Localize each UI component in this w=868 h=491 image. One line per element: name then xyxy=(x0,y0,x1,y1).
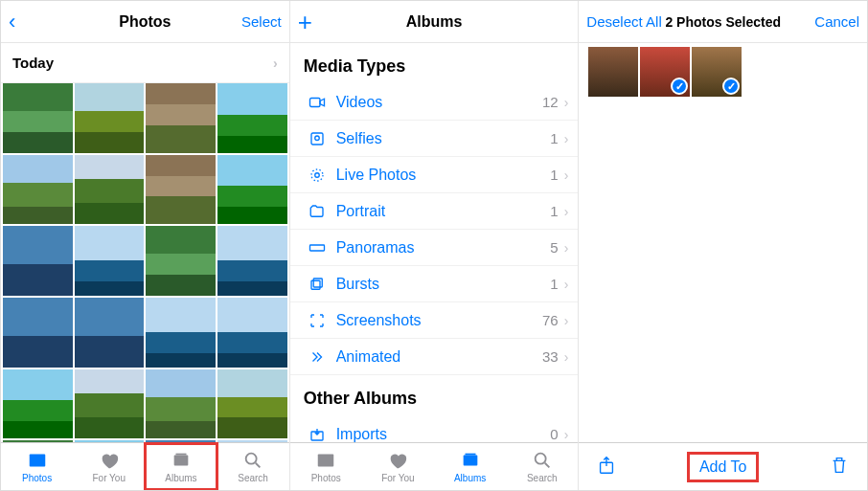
tab-for-you[interactable]: For You xyxy=(73,443,145,490)
svg-rect-17 xyxy=(465,454,475,456)
chevron-right-icon: › xyxy=(564,240,569,256)
video-icon xyxy=(304,94,331,111)
svg-point-3 xyxy=(246,454,257,464)
share-button[interactable] xyxy=(596,455,617,480)
album-label: Portrait xyxy=(331,203,551,220)
select-button[interactable]: Select xyxy=(241,13,282,30)
svg-rect-12 xyxy=(313,279,322,287)
photo-thumb[interactable] xyxy=(75,155,145,225)
tab-label: For You xyxy=(381,473,414,483)
album-portrait[interactable]: Portrait 1 › xyxy=(290,193,579,230)
album-panoramas[interactable]: Panoramas 5 › xyxy=(290,230,579,266)
tab-for-you[interactable]: For You xyxy=(362,443,434,490)
photo-thumb[interactable] xyxy=(75,369,145,439)
section-header: Other Albums xyxy=(290,375,579,416)
photo-thumb[interactable] xyxy=(75,226,145,296)
tab-photos[interactable]: Photos xyxy=(1,443,73,490)
photo-thumb[interactable] xyxy=(75,298,145,368)
photo-thumb[interactable] xyxy=(217,369,287,439)
svg-point-8 xyxy=(314,172,319,177)
svg-point-9 xyxy=(311,169,323,181)
chevron-right-icon: › xyxy=(564,427,569,442)
svg-rect-16 xyxy=(463,456,477,466)
tab-label: Photos xyxy=(311,473,341,483)
selection-pane: Deselect All 2 Photos Selected Cancel ✓ … xyxy=(579,1,867,490)
add-button[interactable]: + xyxy=(298,10,312,34)
album-animated[interactable]: Animated 33 › xyxy=(290,339,579,375)
tab-label: Search xyxy=(238,473,268,483)
album-label: Bursts xyxy=(331,276,551,293)
panorama-icon xyxy=(304,239,331,257)
tab-search[interactable]: Search xyxy=(217,443,289,490)
photo-thumb[interactable] xyxy=(3,226,73,296)
svg-rect-5 xyxy=(309,98,320,106)
selected-thumbs: ✓ ✓ xyxy=(579,43,867,100)
photo-thumb[interactable] xyxy=(75,83,145,153)
chevron-right-icon: › xyxy=(564,313,569,328)
photos-pane: ‹ Photos Select Today › xyxy=(1,1,290,490)
album-count: 1 xyxy=(550,167,563,183)
photo-thumb[interactable] xyxy=(146,155,216,225)
selected-photo[interactable]: ✓ xyxy=(692,47,742,97)
photo-thumb[interactable] xyxy=(3,298,73,368)
svg-point-7 xyxy=(314,136,319,141)
chevron-right-icon: › xyxy=(564,349,569,365)
album-selfies[interactable]: Selfies 1 › xyxy=(290,121,579,157)
selected-photo[interactable]: ✓ xyxy=(640,47,690,97)
back-icon[interactable]: ‹ xyxy=(9,10,15,34)
section-header[interactable]: Today › xyxy=(1,43,289,83)
tab-search[interactable]: Search xyxy=(506,443,578,490)
album-imports[interactable]: Imports 0 › xyxy=(290,416,579,442)
animated-icon xyxy=(304,348,331,366)
tab-albums[interactable]: Albums xyxy=(434,443,506,490)
tab-photos[interactable]: Photos xyxy=(290,443,362,490)
album-count: 1 xyxy=(550,203,563,219)
album-label: Panoramas xyxy=(331,239,551,257)
live-icon xyxy=(304,167,331,184)
photo-thumb[interactable] xyxy=(146,298,216,368)
svg-rect-0 xyxy=(29,455,45,467)
selfie-icon xyxy=(304,130,331,147)
chevron-right-icon: › xyxy=(564,167,569,183)
page-title: Albums xyxy=(290,13,579,31)
section-header: Media Types xyxy=(290,43,579,84)
add-to-button[interactable]: Add To xyxy=(692,457,755,478)
photo-thumb[interactable] xyxy=(3,83,73,153)
check-icon: ✓ xyxy=(671,78,688,95)
album-bursts[interactable]: Bursts 1 › xyxy=(290,266,579,302)
album-count: 5 xyxy=(550,239,563,256)
chevron-right-icon: › xyxy=(564,277,569,292)
svg-line-19 xyxy=(545,463,550,468)
photo-thumb[interactable] xyxy=(217,226,287,296)
album-live-photos[interactable]: Live Photos 1 › xyxy=(290,157,579,193)
photo-thumb[interactable] xyxy=(146,369,216,439)
album-count: 76 xyxy=(542,312,564,328)
photo-thumb[interactable] xyxy=(217,155,287,225)
selected-photo[interactable] xyxy=(588,47,638,97)
album-count: 0 xyxy=(550,426,563,442)
albums-pane: + Albums Media Types Videos 12 › Selfies… xyxy=(290,1,580,490)
chevron-right-icon: › xyxy=(564,204,569,219)
photo-thumb[interactable] xyxy=(217,298,287,368)
burst-icon xyxy=(304,276,331,293)
album-count: 12 xyxy=(542,94,564,110)
tab-label: Photos xyxy=(22,473,52,483)
nav-bar: + Albums xyxy=(290,1,579,43)
album-videos[interactable]: Videos 12 › xyxy=(290,84,579,121)
album-screenshots[interactable]: Screenshots 76 › xyxy=(290,302,579,339)
tab-label: Albums xyxy=(454,473,486,483)
photo-thumb[interactable] xyxy=(3,155,73,225)
nav-bar: Deselect All 2 Photos Selected Cancel xyxy=(579,1,867,43)
cancel-button[interactable]: Cancel xyxy=(814,13,859,30)
photo-thumb[interactable] xyxy=(217,83,287,153)
photo-thumb[interactable] xyxy=(146,83,216,153)
tab-albums[interactable]: Albums xyxy=(145,443,217,490)
deselect-all-button[interactable]: Deselect All xyxy=(586,13,661,30)
svg-point-18 xyxy=(535,454,545,464)
chevron-right-icon: › xyxy=(564,131,569,146)
trash-button[interactable] xyxy=(829,455,850,480)
photo-thumb[interactable] xyxy=(3,369,73,439)
photo-thumb[interactable] xyxy=(146,226,216,296)
imports-icon xyxy=(304,426,331,443)
tab-bar: Photos For You Albums Search xyxy=(1,442,289,490)
